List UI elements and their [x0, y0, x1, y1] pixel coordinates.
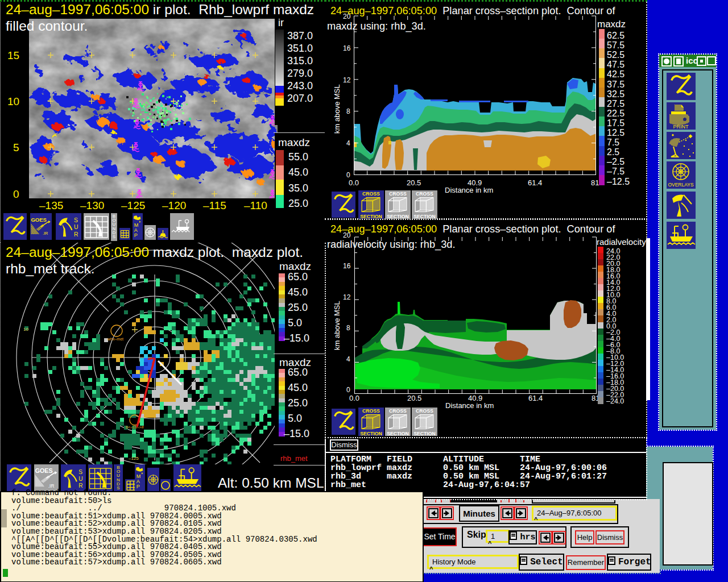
svg-text:–125: –125 [129, 456, 139, 461]
svg-text:b<–19–>#: b<–19–># [126, 425, 144, 429]
svg-text:10: 10 [23, 327, 28, 332]
svg-text:whx–met: whx–met [107, 337, 123, 341]
